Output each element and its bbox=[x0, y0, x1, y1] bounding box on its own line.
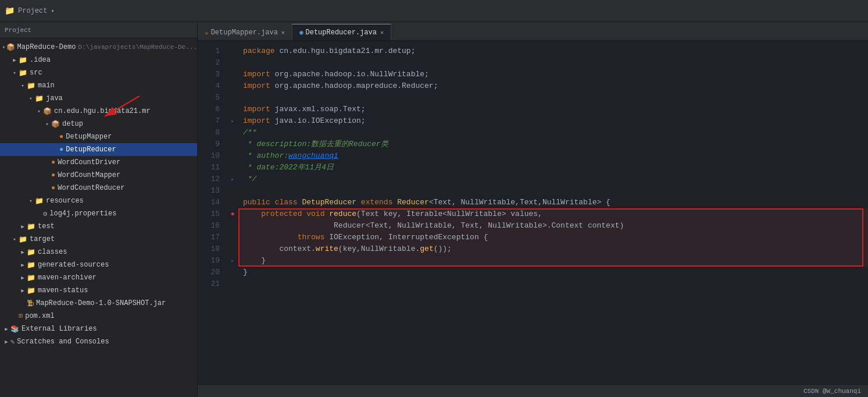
tree-label: WordCountDriver bbox=[58, 158, 120, 166]
tree-label: classes bbox=[38, 248, 67, 256]
tree-icon-pom: m bbox=[19, 312, 23, 320]
project-tree[interactable]: ▾📦MapReduce-DemoD:\javaprojects\MapReduc… bbox=[0, 38, 197, 397]
watermark: CSDN @W_chuanqi bbox=[803, 388, 861, 395]
tree-arrow[interactable]: ▾ bbox=[10, 236, 19, 243]
tree-item-idea[interactable]: ▶📁.idea bbox=[0, 54, 197, 66]
line-number-1: 1 bbox=[198, 45, 220, 57]
code-line-21 bbox=[238, 278, 868, 290]
tree-item-main[interactable]: ▾📁main bbox=[0, 79, 197, 92]
tree-arrow[interactable]: ▾ bbox=[43, 121, 51, 127]
tree-arrow[interactable]: ▾ bbox=[10, 70, 19, 76]
code-line-3: import org.apache.hadoop.io.NullWritable… bbox=[238, 69, 868, 80]
tree-item-extlibs[interactable]: ▶📚External Libraries bbox=[0, 322, 197, 335]
tree-label: maven-status bbox=[38, 286, 88, 295]
tree-arrow[interactable]: ▶ bbox=[10, 57, 19, 63]
sidebar-title: Project bbox=[5, 27, 31, 34]
tree-label: maven-archiver bbox=[38, 274, 97, 282]
tree-item-root[interactable]: ▾📦MapReduce-DemoD:\javaprojects\MapReduc… bbox=[0, 41, 197, 54]
tree-arrow[interactable]: ▶ bbox=[19, 288, 27, 294]
line-number-7: 7 bbox=[198, 115, 220, 127]
tree-arrow[interactable]: ▶ bbox=[2, 339, 10, 345]
tree-arrow[interactable]: ▶ bbox=[2, 326, 10, 332]
tree-icon-source-folder: 📁 bbox=[35, 94, 44, 103]
tree-item-WordCountDriver[interactable]: ●WordCountDriver bbox=[0, 156, 197, 169]
tree-item-detup[interactable]: ▾📦detup bbox=[0, 118, 197, 130]
tree-arrow[interactable]: ▶ bbox=[19, 262, 27, 268]
tree-item-pom[interactable]: mpom.xml bbox=[0, 310, 197, 322]
tree-item-log4j[interactable]: ⚙log4j.properties bbox=[0, 207, 197, 220]
project-dropdown-arrow[interactable]: ▾ bbox=[51, 8, 54, 15]
line-number-17: 17 bbox=[198, 232, 220, 243]
line-number-4: 4 bbox=[198, 80, 220, 92]
code-line-20: } bbox=[238, 267, 868, 278]
tree-item-WordCountReducer[interactable]: ●WordCountReducer bbox=[0, 182, 197, 194]
line-number-3: 3 bbox=[198, 69, 220, 80]
tab-DetupMapper[interactable]: ☕ DetupMapper.java ✕ bbox=[198, 24, 292, 40]
tree-item-jar[interactable]: 🗜MapReduce-Demo-1.0-SNAPSHOT.jar bbox=[0, 297, 197, 310]
tab-close-reducer[interactable]: ✕ bbox=[380, 29, 384, 36]
tree-item-cn[interactable]: ▾📦cn.edu.hgu.bigdata21.mr bbox=[0, 105, 197, 118]
code-line-8: /** bbox=[238, 127, 868, 139]
tree-arrow[interactable]: ▶ bbox=[19, 224, 27, 230]
tree-arrow[interactable]: ▶ bbox=[19, 275, 27, 281]
tree-item-test[interactable]: ▶📁test bbox=[0, 220, 197, 233]
gutter-4 bbox=[227, 80, 238, 92]
gutter-6 bbox=[227, 104, 238, 115]
tree-item-DetupReducer[interactable]: ●DetupReducer bbox=[0, 143, 197, 156]
tree-label: DetupMapper bbox=[66, 133, 112, 141]
tree-item-DetupMapper[interactable]: ●DetupMapper bbox=[0, 130, 197, 143]
tree-icon-jar: 🗜 bbox=[27, 299, 34, 308]
tree-icon-java-class: ● bbox=[59, 133, 63, 141]
gutter: ▸▸●▸ bbox=[227, 41, 238, 384]
tab-label-mapper: DetupMapper.java bbox=[211, 29, 278, 37]
tree-item-target[interactable]: ▾📁target bbox=[0, 233, 197, 246]
tree-label: cn.edu.hgu.bigdata21.mr bbox=[54, 107, 151, 115]
line-number-15: 15 bbox=[198, 208, 220, 220]
tree-item-WordCountMapper[interactable]: ●WordCountMapper bbox=[0, 169, 197, 182]
fold-icon[interactable]: ▸ bbox=[231, 176, 234, 183]
gutter-7: ▸ bbox=[227, 115, 238, 127]
line-numbers: 123456789101112131415161718192021 bbox=[198, 41, 227, 384]
tree-label: pom.xml bbox=[25, 312, 54, 320]
tree-arrow[interactable]: ▾ bbox=[35, 108, 43, 115]
tree-item-generated-sources[interactable]: ▶📁generated-sources bbox=[0, 258, 197, 271]
breakpoint-icon[interactable]: ● bbox=[230, 210, 234, 218]
tree-item-maven-status[interactable]: ▶📁maven-status bbox=[0, 284, 197, 297]
tree-arrow[interactable]: ▶ bbox=[19, 249, 27, 256]
fold-icon[interactable]: ▸ bbox=[231, 257, 234, 264]
gutter-16 bbox=[227, 220, 238, 232]
gutter-21 bbox=[227, 278, 238, 290]
line-number-8: 8 bbox=[198, 127, 220, 139]
code-line-19: } bbox=[238, 255, 868, 267]
title-bar: 📁 Project ▾ bbox=[0, 0, 868, 22]
gutter-14 bbox=[227, 197, 238, 208]
project-label[interactable]: Project bbox=[18, 7, 47, 15]
code-content[interactable]: package cn.edu.hgu.bigdata21.mr.detup; i… bbox=[238, 41, 868, 384]
tab-java-icon: ☕ bbox=[205, 29, 209, 36]
tree-icon-ext-lib: 📚 bbox=[10, 325, 19, 334]
tree-arrow[interactable]: ▾ bbox=[27, 95, 35, 102]
tab-close-mapper[interactable]: ✕ bbox=[281, 29, 285, 36]
tree-arrow[interactable]: ▾ bbox=[1, 44, 6, 51]
tree-icon-folder: 📁 bbox=[35, 197, 44, 205]
tree-label: External Libraries bbox=[22, 325, 97, 333]
tree-arrow[interactable]: ▾ bbox=[27, 198, 35, 204]
code-line-10: * author:wangchuanqi bbox=[238, 150, 868, 162]
tree-item-classes[interactable]: ▶📁classes bbox=[0, 246, 197, 258]
line-number-12: 12 bbox=[198, 173, 220, 185]
tab-DetupReducer[interactable]: ◉ DetupReducer.java ✕ bbox=[292, 24, 391, 40]
fold-icon[interactable]: ▸ bbox=[231, 118, 234, 125]
tree-icon-java-class: ● bbox=[51, 171, 55, 179]
tree-item-maven-archiver[interactable]: ▶📁maven-archiver bbox=[0, 271, 197, 284]
code-line-2 bbox=[238, 57, 868, 69]
line-number-20: 20 bbox=[198, 267, 220, 278]
tree-item-scratches[interactable]: ▶✎Scratches and Consoles bbox=[0, 335, 197, 348]
tree-item-src[interactable]: ▾📁src bbox=[0, 66, 197, 79]
tree-item-resources[interactable]: ▾📁resources bbox=[0, 194, 197, 207]
code-line-14: public class DetupReducer extends Reduce… bbox=[238, 197, 868, 208]
line-number-2: 2 bbox=[198, 57, 220, 69]
tree-arrow[interactable]: ▾ bbox=[19, 83, 27, 89]
line-number-19: 19 bbox=[198, 255, 220, 267]
tab-reducer-icon: ◉ bbox=[299, 29, 303, 36]
tree-item-java[interactable]: ▾📁java bbox=[0, 92, 197, 105]
